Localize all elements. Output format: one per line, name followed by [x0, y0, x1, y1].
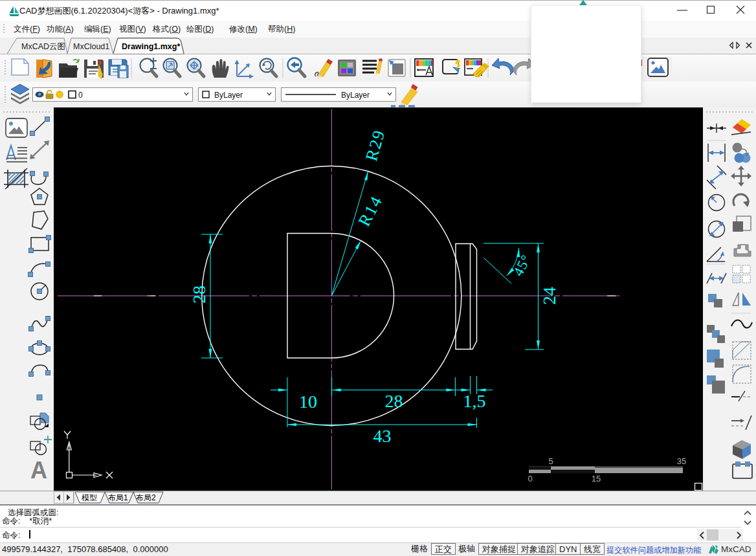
- svg-text:R14: R14: [355, 192, 386, 229]
- svg-text:43: 43: [373, 426, 391, 446]
- svg-text:24: 24: [539, 287, 559, 305]
- svg-text:A: A: [30, 457, 47, 484]
- svg-text:35: 35: [677, 456, 686, 466]
- svg-text:0: 0: [528, 474, 532, 484]
- svg-text:MxCloud1: MxCloud1: [73, 42, 109, 51]
- svg-text:Drawing1.mxg*: Drawing1.mxg*: [122, 42, 180, 51]
- svg-text:15: 15: [592, 474, 601, 484]
- svg-text:5: 5: [548, 456, 553, 466]
- svg-text:布局1: 布局1: [108, 493, 128, 502]
- svg-text:模型: 模型: [82, 493, 97, 502]
- svg-text:45°: 45°: [509, 252, 534, 279]
- svg-text:R29: R29: [362, 127, 388, 162]
- svg-text:10: 10: [299, 392, 317, 412]
- svg-text:28: 28: [189, 285, 209, 304]
- svg-text:28: 28: [385, 391, 403, 411]
- svg-text:1,5: 1,5: [463, 391, 486, 411]
- svg-text:布局2: 布局2: [136, 493, 156, 502]
- svg-text:MxCAD云图: MxCAD云图: [21, 42, 65, 51]
